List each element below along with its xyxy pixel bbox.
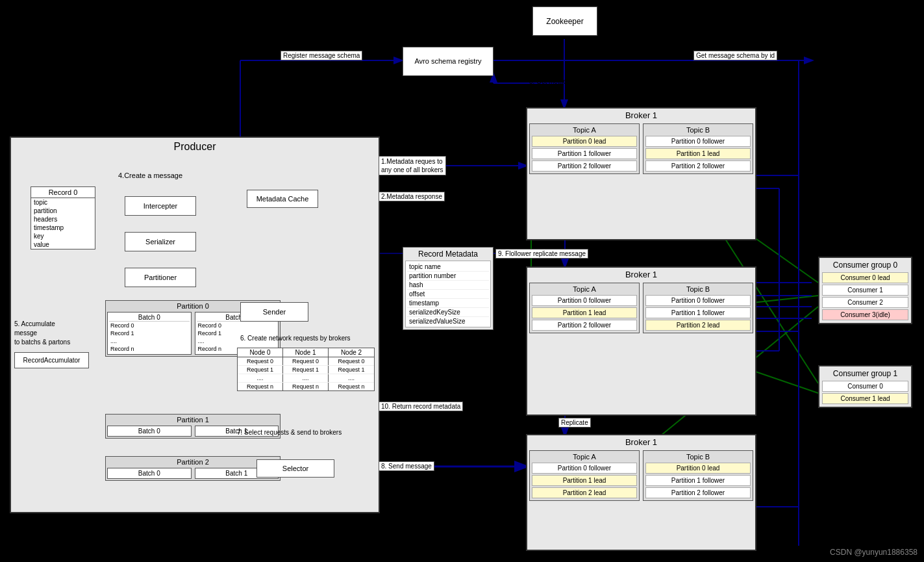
partitioner-box: Partitioner xyxy=(125,268,196,287)
intercepter-box: Intercepter xyxy=(125,196,196,216)
avro-label: Avro schema registry xyxy=(414,57,481,66)
record-accumulator-box: RecordAccumulator xyxy=(14,352,89,368)
node-table: Node 0 Node 1 Node 2 Request 0 Request 0… xyxy=(237,348,375,391)
metadata-cache-box: Metadata Cache xyxy=(247,190,318,208)
broker1-bottom: Broker 1 Topic A Partition 0 follower Pa… xyxy=(526,434,756,551)
metadata-request-label: 1.Metadata reques toany one of all broke… xyxy=(379,156,446,175)
get-metadata-label: 3. Get metadata xyxy=(529,78,576,85)
step4-label: 4.Create a message xyxy=(118,172,182,179)
broker1-middle: Broker 1 Topic A Partition 0 follower Pa… xyxy=(526,266,756,416)
sender-box: Sender xyxy=(240,302,308,322)
zookeeper-box: Zookeeper xyxy=(532,6,597,36)
partition2-section: Partition 2 Batch 0 Batch 1 xyxy=(105,456,281,481)
record-metadata-box: Record Metadata topic name partition num… xyxy=(403,247,493,330)
register-schema-label: Register message schema xyxy=(281,51,362,60)
get-schema-label: Get message schema by id xyxy=(693,51,777,60)
producer-section: Producer Record 0 topic partition header… xyxy=(10,136,380,513)
step7-label: 7. Select requests & send to brokers xyxy=(237,429,367,436)
consumer-group-0: Consumer group 0 Consumer 0 lead Consume… xyxy=(818,257,912,324)
step5-label: 5. Accumulate messgeto batchs & partons xyxy=(14,320,73,347)
serializer-box: Serializer xyxy=(125,232,196,251)
watermark: CSDN @yunyun1886358 xyxy=(830,548,918,557)
avro-box: Avro schema registry xyxy=(403,47,493,76)
return-record-label: 10. Return record metadata xyxy=(379,402,463,411)
selector-box: Selector xyxy=(256,459,334,478)
zookeeper-label: Zookeeper xyxy=(546,17,583,26)
producer-title: Producer xyxy=(11,138,379,156)
consumer-group-1: Consumer group 1 Consumer 0 Consumer 1 l… xyxy=(818,365,912,408)
broker1-top: Broker 1 Topic A Partition 0 lead Partit… xyxy=(526,107,756,240)
step6-label: 6. Create network requests by brokers xyxy=(240,335,370,342)
metadata-response-label: 2.Metadata response xyxy=(379,192,445,201)
replicate-label: Replicate xyxy=(558,418,591,428)
follower-replicate-label: 9. Flollower replicate message xyxy=(495,249,588,259)
record0-box: Record 0 topic partition headers timesta… xyxy=(31,186,95,249)
send-message-label: 8. Send message xyxy=(379,461,434,471)
